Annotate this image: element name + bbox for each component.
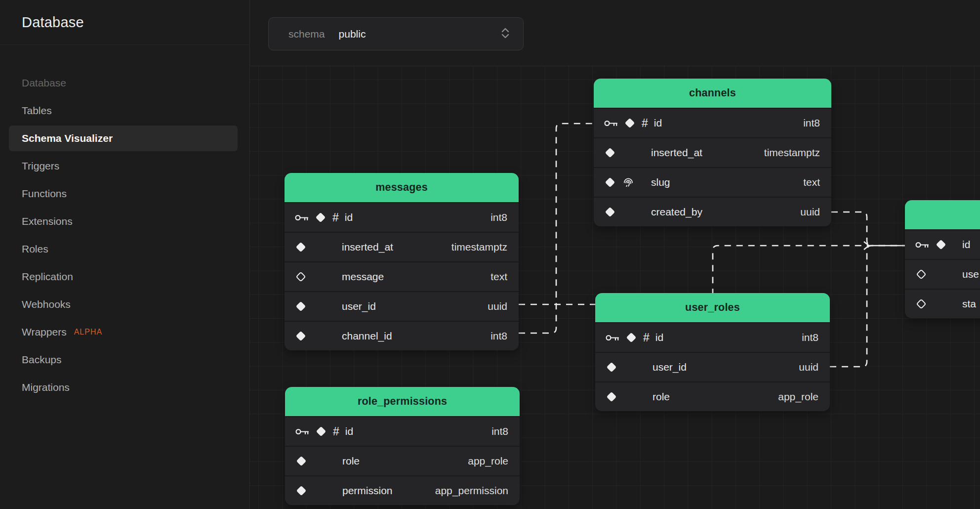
table-node-partial[interactable]: idusesta [905, 200, 980, 318]
column-icons: # [295, 212, 339, 223]
sidebar-item-triggers[interactable]: Triggers [0, 152, 249, 180]
sidebar-item-roles[interactable]: Roles [0, 235, 249, 263]
sidebar-item-wrappers[interactable]: WrappersALPHA [0, 318, 249, 346]
nullable-diamond-icon [915, 268, 927, 280]
column-row-slug: slugtext [594, 167, 831, 197]
column-row-permission: permissionapp_permission [285, 475, 520, 505]
column-icons: # [295, 425, 339, 437]
column-name: message [342, 271, 384, 283]
sidebar-item-webhooks[interactable]: Webhooks [0, 291, 249, 318]
column-row-id: #idint8 [285, 202, 519, 232]
column-icons [606, 391, 647, 403]
column-type: int8 [490, 330, 507, 342]
not-null-diamond-icon [606, 391, 617, 403]
primary-key-icon [295, 213, 309, 222]
not-null-diamond-icon [295, 241, 307, 253]
column-row-message: messagetext [285, 261, 519, 291]
sidebar-section-database: Database [0, 69, 249, 97]
sidebar-item-tables[interactable]: Tables [0, 97, 249, 125]
primary-key-icon [915, 241, 929, 249]
column-type: int8 [490, 212, 507, 223]
sidebar-item-replication[interactable]: Replication [0, 263, 249, 291]
table-node-role_permissions[interactable]: role_permissions#idint8roleapp_rolepermi… [285, 387, 520, 505]
column-icons [295, 485, 336, 497]
column-icons [295, 241, 336, 253]
not-null-diamond-icon [295, 455, 307, 467]
column-icons [295, 455, 336, 467]
column-row-id: id [905, 229, 980, 259]
column-type: app_role [468, 455, 508, 467]
sidebar-item-label: Wrappers [22, 326, 67, 338]
column-icons [295, 271, 336, 283]
column-name: permission [342, 485, 393, 497]
sidebar-item-label: Tables [22, 105, 52, 117]
primary-key-icon [295, 427, 309, 436]
primary-key-icon [604, 119, 618, 127]
column-row-sta: sta [905, 289, 980, 318]
column-name: inserted_at [342, 241, 393, 253]
sidebar-nav: DatabaseTablesSchema VisualizerTriggersF… [0, 45, 249, 401]
schema-select-dropdown[interactable]: schema public [268, 17, 524, 50]
table-node-messages[interactable]: messages#idint8inserted_attimestamptzmes… [285, 173, 519, 350]
not-null-diamond-icon [315, 212, 327, 223]
not-null-diamond-icon [624, 117, 636, 129]
sidebar-item-label: Replication [22, 271, 73, 283]
identity-hash-icon: # [332, 212, 339, 223]
sidebar-item-label: Backups [22, 354, 62, 366]
column-name: user_id [342, 300, 376, 312]
column-row-use: use [905, 259, 980, 289]
column-name: use [962, 268, 979, 280]
column-name: id [345, 212, 353, 223]
sidebar-item-label: Database [22, 77, 66, 89]
column-name: user_id [653, 361, 687, 373]
table-name: channels [689, 87, 736, 99]
sidebar-item-backups[interactable]: Backups [0, 346, 249, 374]
column-row-inserted-at: inserted_attimestamptz [594, 137, 831, 167]
not-null-diamond-icon [604, 176, 616, 188]
column-name: id [962, 239, 970, 251]
column-row-id: #idint8 [285, 416, 520, 446]
column-icons [915, 239, 956, 251]
column-row-role: roleapp_role [595, 382, 830, 411]
sidebar-item-extensions[interactable]: Extensions [0, 208, 249, 235]
not-null-diamond-icon [295, 300, 307, 312]
table-node-header[interactable]: channels [594, 79, 831, 108]
not-null-diamond-icon [315, 425, 327, 437]
schema-select-label: schema [288, 28, 325, 40]
column-icons: # [606, 332, 650, 343]
column-row-id: #idint8 [594, 108, 831, 137]
not-null-diamond-icon [606, 361, 617, 373]
column-type: app_role [778, 391, 818, 403]
column-type: timestamptz [764, 147, 820, 159]
sidebar-item-label: Migrations [22, 382, 70, 393]
table-node-user_roles[interactable]: user_roles#idint8user_iduuidroleapp_role [595, 293, 830, 411]
column-type: uuid [800, 206, 820, 218]
column-type: int8 [491, 425, 508, 437]
table-node-channels[interactable]: channels#idint8inserted_attimestamptzslu… [594, 79, 831, 226]
sidebar-item-schema-visualizer[interactable]: Schema Visualizer [0, 125, 249, 152]
column-row-created-by: created_byuuid [594, 197, 831, 226]
not-null-diamond-icon [604, 147, 616, 159]
sidebar-item-label: Roles [22, 243, 48, 255]
column-name: role [342, 455, 360, 467]
column-icons [604, 147, 645, 159]
column-type: timestamptz [451, 241, 507, 253]
sidebar-item-functions[interactable]: Functions [0, 180, 249, 208]
table-node-header[interactable]: user_roles [595, 293, 830, 322]
column-row-channel-id: channel_idint8 [285, 321, 519, 350]
sidebar-item-migrations[interactable]: Migrations [0, 374, 249, 401]
sidebar-item-label: Webhooks [22, 298, 71, 310]
column-type: uuid [488, 300, 507, 312]
identity-hash-icon: # [333, 426, 339, 437]
sidebar-item-label: Functions [22, 188, 67, 200]
table-node-header[interactable]: role_permissions [285, 387, 520, 416]
column-name: id [655, 332, 663, 343]
sidebar-header: Database [0, 0, 249, 45]
column-icons: # [604, 117, 648, 129]
table-node-header[interactable]: messages [285, 173, 519, 202]
table-node-header[interactable] [905, 200, 980, 229]
table-name: role_permissions [358, 395, 447, 408]
column-type: int8 [802, 332, 818, 343]
column-name: id [654, 117, 662, 129]
table-name: messages [375, 181, 428, 194]
